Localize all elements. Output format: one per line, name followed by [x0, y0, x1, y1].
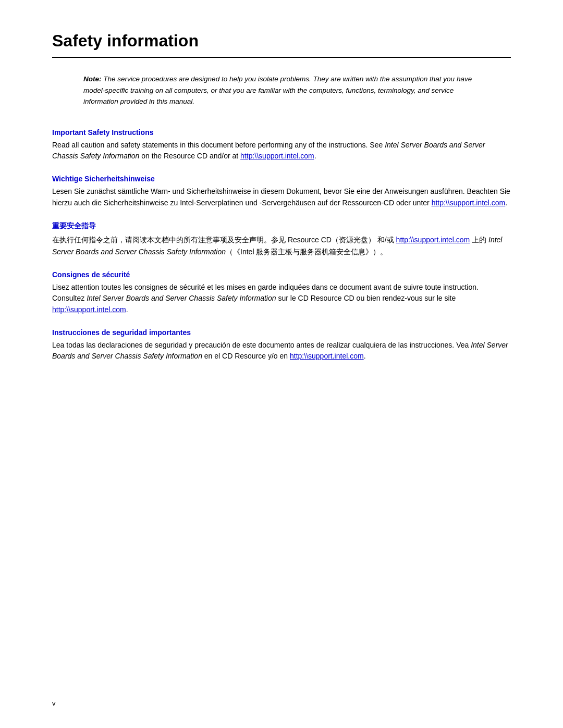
section-title-spanish: Instrucciones de seguridad importantes — [52, 328, 511, 337]
note-block: Note: The service procedures are designe… — [83, 73, 490, 107]
section-body-chinese: 在执行任何指令之前，请阅读本文档中的所有注意事项及安全声明。参见 Resourc… — [52, 234, 511, 258]
spanish-body-after-italic: en el CD Resource y/o en — [202, 352, 290, 360]
section-body-german: Lesen Sie zunächst sämtliche Warn- und S… — [52, 186, 511, 208]
section-body-spanish: Lea todas las declaraciones de seguridad… — [52, 340, 511, 362]
chinese-body-middle: 上的 — [470, 236, 488, 244]
section-title-chinese: 重要安全指导 — [52, 221, 511, 231]
french-italic: Intel Server Boards and Server Chassis S… — [87, 294, 276, 302]
section-english: Important Safety Instructions Read all c… — [52, 128, 511, 162]
footer-page-number: v — [52, 699, 56, 707]
english-body-before: Read all caution and safety statements i… — [52, 141, 385, 149]
english-period: . — [314, 152, 316, 160]
chinese-body-before: 在执行任何指令之前，请阅读本文档中的所有注意事项及安全声明。参见 Resourc… — [52, 236, 396, 244]
section-french: Consignes de sécurité Lisez attention to… — [52, 270, 511, 316]
note-text: The service procedures are designed to h… — [83, 75, 472, 105]
section-spanish: Instrucciones de seguridad importantes L… — [52, 328, 511, 362]
section-title-english: Important Safety Instructions — [52, 128, 511, 137]
section-title-german: Wichtige Sicherheitshinweise — [52, 175, 511, 183]
spanish-period: . — [364, 352, 366, 360]
page-footer: v — [52, 699, 56, 707]
page-title: Safety information — [52, 31, 511, 51]
chinese-link[interactable]: http:\\support.intel.com — [396, 236, 470, 244]
section-title-french: Consignes de sécurité — [52, 270, 511, 279]
note-label: Note: — [83, 75, 102, 83]
english-link[interactable]: http:\\support.intel.com — [240, 152, 314, 160]
french-period: . — [126, 305, 128, 314]
page-header: Safety information — [52, 31, 511, 58]
spanish-body-before: Lea todas las declaraciones de seguridad… — [52, 341, 471, 349]
french-link[interactable]: http:\\support.intel.com — [52, 305, 126, 314]
german-link[interactable]: http:\\support.intel.com — [432, 199, 506, 207]
english-body-after-italic: on the Resource CD and/or at — [139, 152, 240, 160]
section-german: Wichtige Sicherheitshinweise Lesen Sie z… — [52, 175, 511, 208]
french-body-after-italic: sur le CD Resource CD ou bien rendez-vou… — [276, 294, 456, 302]
section-body-english: Read all caution and safety statements i… — [52, 140, 511, 162]
spanish-link[interactable]: http:\\support.intel.com — [290, 352, 364, 360]
chinese-body-after: （《Intel 服务器主板与服务器机箱安全信息》）。 — [226, 248, 387, 256]
title-divider — [52, 57, 511, 58]
german-period: . — [505, 199, 507, 207]
section-body-french: Lisez attention toutes les consignes de … — [52, 282, 511, 316]
section-chinese: 重要安全指导 在执行任何指令之前，请阅读本文档中的所有注意事项及安全声明。参见 … — [52, 221, 511, 258]
